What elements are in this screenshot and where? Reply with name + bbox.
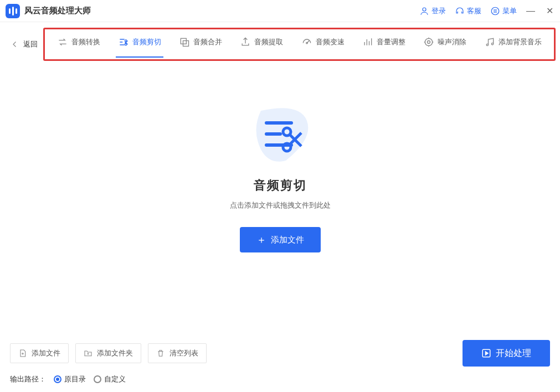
tool-speed[interactable]: 音频变速: [299, 31, 347, 53]
svg-point-9: [486, 44, 488, 45]
menu-list-icon: [490, 6, 500, 16]
tool-extract[interactable]: 音频提取: [238, 31, 285, 53]
tool-label: 添加背景音乐: [499, 37, 542, 47]
tool-label: 音频提取: [254, 37, 283, 47]
extract-icon: [240, 37, 251, 48]
tool-label: 音频变速: [316, 37, 345, 47]
svg-point-3: [125, 44, 127, 45]
merge-icon: [179, 37, 190, 48]
add-file-button[interactable]: 添加文件: [10, 343, 69, 363]
tools-highlight-box: 音频转换 音频剪切 音频合并 音频提取 音频变速 音量调整 噪声消除: [43, 28, 556, 61]
start-process-label: 开始处理: [496, 348, 531, 359]
denoise-icon: [423, 37, 434, 48]
file-plus-icon: [18, 349, 27, 358]
tool-volume[interactable]: 音量调整: [360, 31, 408, 53]
titlebar: 风云音频处理大师 登录 客服 菜单 — ✕: [0, 0, 560, 22]
svg-point-8: [427, 41, 430, 44]
add-file-main-label: 添加文件: [271, 235, 304, 245]
user-icon: [419, 6, 429, 16]
tool-label: 音量调整: [377, 37, 405, 47]
menu-label: 菜单: [502, 6, 517, 16]
svg-rect-4: [181, 38, 187, 44]
tool-convert[interactable]: 音频转换: [55, 31, 102, 53]
headset-icon: [455, 6, 465, 16]
tool-denoise[interactable]: 噪声消除: [421, 31, 469, 53]
music-icon: [484, 37, 495, 48]
clear-list-button[interactable]: 清空列表: [148, 343, 207, 363]
svg-rect-5: [183, 41, 189, 47]
back-label: 返回: [23, 39, 38, 49]
app-logo: [6, 4, 20, 18]
tool-cut[interactable]: 音频剪切: [116, 31, 163, 53]
minimize-button[interactable]: —: [526, 6, 536, 16]
convert-icon: [57, 37, 68, 48]
cut-icon: [118, 37, 129, 48]
svg-point-10: [491, 43, 493, 45]
close-button[interactable]: ✕: [544, 6, 554, 16]
radio-dot-icon: [94, 375, 101, 383]
output-original-label: 原目录: [64, 374, 86, 384]
main-heading: 音频剪切: [254, 177, 307, 194]
add-folder-button[interactable]: 添加文件夹: [75, 343, 141, 363]
main-subtitle: 点击添加文件或拖拽文件到此处: [230, 200, 331, 210]
clear-list-label: 清空列表: [169, 348, 198, 358]
tool-bgmusic[interactable]: 添加背景音乐: [482, 31, 544, 53]
app-title: 风云音频处理大师: [24, 6, 91, 16]
feature-illustration: [247, 100, 314, 166]
speed-icon: [301, 37, 312, 48]
folder-plus-icon: [84, 349, 93, 358]
support-button[interactable]: 客服: [455, 6, 481, 16]
trash-icon: [156, 349, 165, 358]
output-custom-label: 自定义: [104, 374, 126, 384]
tool-label: 音频转换: [71, 37, 100, 47]
tool-label: 噪声消除: [438, 37, 466, 47]
svg-point-7: [425, 38, 432, 45]
svg-point-0: [423, 8, 426, 11]
tool-label: 音频合并: [193, 37, 222, 47]
login-label: 登录: [431, 6, 446, 16]
login-button[interactable]: 登录: [419, 6, 446, 16]
add-folder-label: 添加文件夹: [97, 348, 133, 358]
support-label: 客服: [467, 6, 481, 16]
back-arrow-icon: [10, 39, 20, 49]
title-actions: 登录 客服 菜单 — ✕: [419, 6, 554, 16]
tool-label: 音频剪切: [132, 37, 161, 47]
svg-point-2: [125, 40, 127, 42]
add-file-label: 添加文件: [32, 348, 60, 358]
output-original-radio[interactable]: 原目录: [54, 374, 86, 384]
output-custom-radio[interactable]: 自定义: [94, 374, 126, 384]
main-drop-area[interactable]: 音频剪切 点击添加文件或拖拽文件到此处 ＋ 添加文件: [0, 100, 560, 252]
plus-icon: ＋: [256, 233, 266, 246]
volume-bars-icon: [362, 37, 373, 48]
play-icon: [481, 348, 491, 358]
radio-dot-icon: [54, 375, 61, 383]
start-process-button[interactable]: 开始处理: [463, 340, 550, 367]
toolbar-row: 返回 音频转换 音频剪切 音频合并 音频提取 音频变速 音量调整: [0, 22, 560, 61]
tool-merge[interactable]: 音频合并: [177, 31, 224, 53]
bottom-bar: 添加文件 添加文件夹 清空列表 开始处理 输出路径： 原目录 自定义: [0, 340, 560, 384]
back-button[interactable]: 返回: [4, 28, 43, 61]
output-path-label: 输出路径：: [10, 374, 46, 384]
menu-button[interactable]: 菜单: [490, 6, 517, 16]
add-file-main-button[interactable]: ＋ 添加文件: [240, 227, 321, 252]
